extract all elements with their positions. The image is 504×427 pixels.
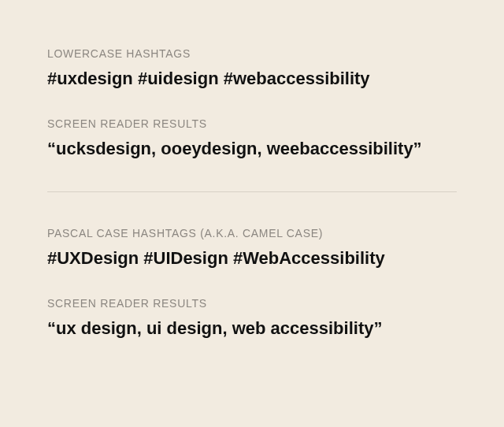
screen-reader-results-1-section: SCREEN READER RESULTS “ucksdesign, ooeyd… bbox=[47, 117, 457, 161]
pascal-case-hashtags-content: #UXDesign #UIDesign #WebAccessibility bbox=[47, 247, 457, 270]
divider bbox=[47, 191, 457, 192]
lowercase-hashtags-content: #uxdesign #uidesign #webaccessibility bbox=[47, 68, 457, 91]
lowercase-hashtags-section: LOWERCASE HASHTAGS #uxdesign #uidesign #… bbox=[47, 47, 457, 91]
screen-reader-results-1-content: “ucksdesign, ooeydesign, weebaccessibili… bbox=[47, 138, 457, 161]
pascal-case-hashtags-label: PASCAL CASE HASHTAGS (A.K.A. CAMEL CASE) bbox=[47, 227, 457, 239]
screen-reader-results-2-section: SCREEN READER RESULTS “ux design, ui des… bbox=[47, 297, 457, 340]
screen-reader-results-2-label: SCREEN READER RESULTS bbox=[47, 297, 457, 310]
lowercase-hashtags-label: LOWERCASE HASHTAGS bbox=[47, 47, 457, 60]
screen-reader-results-1-label: SCREEN READER RESULTS bbox=[47, 117, 457, 130]
screen-reader-results-2-content: “ux design, ui design, web accessibility… bbox=[47, 317, 457, 340]
pascal-case-hashtags-section: PASCAL CASE HASHTAGS (A.K.A. CAMEL CASE)… bbox=[47, 227, 457, 270]
